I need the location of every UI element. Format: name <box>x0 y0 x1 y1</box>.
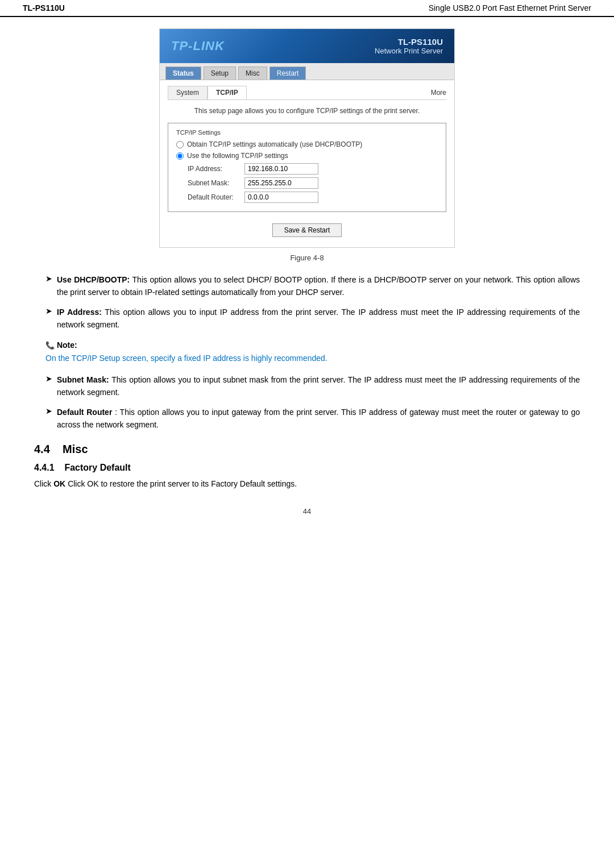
more-link[interactable]: More <box>431 89 446 97</box>
ip-address-row: IP Address: <box>188 163 438 175</box>
bullet-ipaddress: ➤ IP Address: This option allows you to … <box>45 306 580 331</box>
bullet-arrow-1: ➤ <box>45 274 52 283</box>
factory-default-text: Click OK Click OK to restore the print s… <box>34 477 580 490</box>
ok-bold: OK <box>53 479 65 488</box>
section-misc-heading: 4.4 Misc <box>34 443 580 456</box>
tab-misc[interactable]: Misc <box>238 67 267 80</box>
bullet-subnet: ➤ Subnet Mask: This option allows you to… <box>45 373 580 399</box>
save-restart-button[interactable]: Save & Restart <box>272 223 342 237</box>
subnet-mask-input[interactable] <box>244 177 318 189</box>
sub-tabs-left: System TCP/IP <box>168 86 247 99</box>
bullet-arrow-2: ➤ <box>45 306 52 315</box>
bullet-subnet-text: Subnet Mask: This option allows you to i… <box>57 373 580 399</box>
page-content: TP-LINK TL-PS110U Network Print Server S… <box>0 28 614 527</box>
save-restart-area: Save & Restart <box>168 218 446 239</box>
page-number: 44 <box>34 507 580 527</box>
default-router-input[interactable] <box>244 192 318 203</box>
note-label: 📞 Note: <box>45 340 580 350</box>
bullet-ipaddress-term: IP Address: <box>57 308 102 317</box>
bullet-dhcp-text: Use DHCP/BOOTP: This option allows you t… <box>57 273 580 299</box>
tab-setup[interactable]: Setup <box>204 67 236 80</box>
bullet-dhcp: ➤ Use DHCP/BOOTP: This option allows you… <box>45 273 580 299</box>
radio-manual[interactable] <box>176 152 184 160</box>
figure-caption: Figure 4-8 <box>34 254 580 262</box>
bullet-section-1: ➤ Use DHCP/BOOTP: This option allows you… <box>34 273 580 331</box>
screen-content: System TCP/IP More This setup page allow… <box>160 80 454 247</box>
tab-status[interactable]: Status <box>165 67 201 80</box>
bullet-router: ➤ Default Router : This option allows yo… <box>45 406 580 431</box>
nav-bar: Status Setup Misc Restart <box>160 63 454 80</box>
subtab-system[interactable]: System <box>168 86 208 99</box>
note-section: 📞 Note: On the TCP/IP Setup screen, spec… <box>45 340 580 364</box>
sub-tabs-bar: System TCP/IP More <box>168 86 446 100</box>
note-text: On the TCP/IP Setup screen, specify a fi… <box>45 352 580 364</box>
ip-address-label: IP Address: <box>188 165 244 173</box>
tcpip-title: TCP/IP Settings <box>176 129 438 136</box>
subtab-tcpip[interactable]: TCP/IP <box>208 86 247 99</box>
tab-restart[interactable]: Restart <box>269 67 306 80</box>
default-router-row: Default Router: <box>188 192 438 203</box>
bullet-arrow-4: ➤ <box>45 406 52 416</box>
default-router-label: Default Router: <box>188 193 244 201</box>
bullet-router-term: Default Router <box>57 408 112 417</box>
bullet-router-text: Default Router : This option allows you … <box>57 406 580 431</box>
subnet-mask-row: Subnet Mask: <box>188 177 438 189</box>
subsection-factory-default-heading: 4.4.1 Factory Default <box>34 463 580 473</box>
bullet-arrow-3: ➤ <box>45 374 52 383</box>
bullet-subnet-term: Subnet Mask: <box>57 375 109 384</box>
header-model: TL-PS110U <box>23 3 65 13</box>
setup-description: This setup page allows you to configure … <box>168 105 446 117</box>
tp-link-header: TP-LINK TL-PS110U Network Print Server <box>160 29 454 63</box>
device-info: TL-PS110U Network Print Server <box>375 37 443 55</box>
radio-manual-option: Use the following TCP/IP settings <box>176 152 438 160</box>
bullet-section-2: ➤ Subnet Mask: This option allows you to… <box>34 373 580 431</box>
ip-address-input[interactable] <box>244 163 318 175</box>
header-description: Single USB2.0 Port Fast Ethernet Print S… <box>429 3 591 13</box>
bullet-dhcp-term: Use DHCP/BOOTP: <box>57 275 130 284</box>
radio-dhcp-option: Obtain TCP/IP settings automatically (us… <box>176 140 438 148</box>
tcpip-settings-box: TCP/IP Settings Obtain TCP/IP settings a… <box>168 123 446 212</box>
page-header: TL-PS110U Single USB2.0 Port Fast Ethern… <box>0 0 614 17</box>
subnet-mask-label: Subnet Mask: <box>188 179 244 187</box>
note-icon: 📞 <box>45 341 55 350</box>
radio-dhcp[interactable] <box>176 141 184 148</box>
bullet-ipaddress-text: IP Address: This option allows you to in… <box>57 306 580 331</box>
figure-screenshot: TP-LINK TL-PS110U Network Print Server S… <box>159 28 455 248</box>
tp-link-logo: TP-LINK <box>171 39 225 53</box>
